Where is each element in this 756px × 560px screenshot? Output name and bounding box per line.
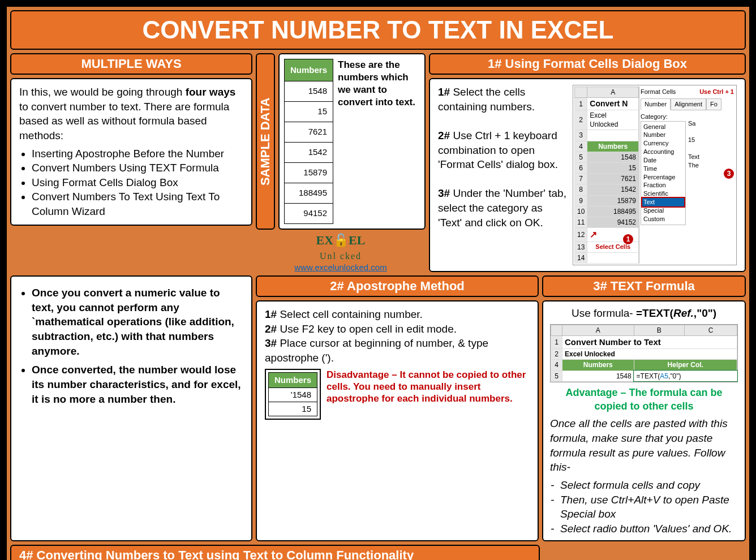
row-1: MULTIPLE WAYS In this, we would be going… (10, 53, 746, 272)
row-2: Once you convert a numeric value to text… (10, 275, 746, 541)
tab-number[interactable]: Number (641, 98, 671, 110)
sample-data-label: SAMPLE DATA (256, 53, 275, 230)
multiple-ways-section: MULTIPLE WAYS In this, we would be going… (10, 53, 252, 272)
sample-cell: 15 (285, 101, 333, 122)
advantage-text: Advantage – The formula can be copied to… (550, 386, 738, 413)
paste-special-steps: Select formula cells and copy Then, use … (550, 478, 738, 536)
note-item: Once converted, the number would lose it… (32, 363, 243, 406)
method-1-header: 1# Using Format Cells Dialog Box (429, 53, 746, 75)
sample-table: Numbers 1548 15 7621 1542 15879 188495 9… (284, 59, 333, 224)
badge-1: 1 (623, 234, 633, 244)
sample-data-box: Numbers 1548 15 7621 1542 15879 188495 9… (278, 53, 426, 230)
page-title: CONVERT NUMBER TO TEXT IN EXCEL (10, 10, 746, 50)
sample-col-header: Numbers (285, 59, 333, 81)
intro-text: In this, we would be going through four … (19, 85, 243, 143)
disadvantage-text: Disadvantage – It cannot be copied to ot… (327, 369, 530, 405)
list-item: Convert Numbers To Text Using Text To Co… (32, 189, 243, 218)
list-item: Inserting Apostrophe Before the Number (32, 147, 243, 161)
sample-cell: 7621 (285, 122, 333, 142)
method-3-header: 3# TEXT Formula (542, 275, 746, 297)
method-4-header: 4# Converting Numbers to Text using Text… (10, 545, 540, 560)
method-1-body: 1# Select the cells containing numbers. … (429, 78, 746, 272)
note-item: Once you convert a numeric value to text… (32, 286, 243, 358)
multiple-ways-body: In this, we would be going through four … (10, 78, 252, 226)
sample-data-section: SAMPLE DATA Numbers 1548 15 7621 1542 15… (256, 53, 426, 272)
page: CONVERT NUMBER TO TEXT IN EXCEL MULTIPLE… (5, 5, 751, 560)
method-3-note: Once all the cells are pasted with this … (550, 416, 738, 475)
method-2-body: 1# Select cell containing number. 2# Use… (256, 300, 539, 541)
method-1-section: 1# Using Format Cells Dialog Box 1# Sele… (429, 53, 746, 272)
method-1-steps: 1# Select the cells containing numbers. … (438, 85, 568, 265)
apostrophe-mock: Numbers '1548 15 (265, 369, 321, 420)
sample-cell: 1542 (285, 142, 333, 162)
format-cells-mock: A 1Convert N 2Excel Unlocked 3 4Numbers … (573, 85, 737, 265)
method-2-section: 2# Apostrophe Method 1# Select cell cont… (256, 275, 539, 541)
sample-cell: 188495 (285, 183, 333, 204)
text-formula-mock: ABC 1Convert Number to Text 2Excel Unloc… (550, 324, 738, 382)
sample-cell: 94152 (285, 204, 333, 224)
logo-block: EX🔓EL Unl cked www.excelunlocked.com (256, 233, 426, 272)
logo: EX🔓EL Unl cked (256, 233, 426, 262)
method-2-header: 2# Apostrophe Method (256, 275, 539, 297)
method-3-body: Use formula- =TEXT(Ref.,"0") ABC 1Conver… (542, 300, 746, 541)
sample-cell: 15879 (285, 163, 333, 183)
tab-alignment[interactable]: Alignment (671, 98, 706, 110)
tab-font[interactable]: Fo (706, 98, 721, 110)
sample-caption: These are the numbers which we want to c… (338, 59, 420, 224)
row-3: 4# Converting Numbers to Text using Text… (10, 545, 746, 560)
list-item: Convert Numbers Using TEXT Formula (32, 161, 243, 175)
badge-3: 3 (724, 169, 734, 179)
sample-cell: 1548 (285, 81, 333, 101)
method-3-section: 3# TEXT Formula Use formula- =TEXT(Ref.,… (542, 275, 746, 541)
website-link[interactable]: www.excelunlocked.com (256, 262, 426, 272)
notes-box: Once you convert a numeric value to text… (10, 275, 252, 541)
methods-list: Inserting Apostrophe Before the Number C… (19, 147, 243, 219)
list-item: Using Format Cells Dialog Box (32, 175, 243, 190)
multiple-ways-header: MULTIPLE WAYS (10, 53, 252, 75)
category-list[interactable]: General Number Currency Accounting Date … (641, 121, 686, 225)
method-4-section: 4# Converting Numbers to Text using Text… (10, 545, 540, 560)
